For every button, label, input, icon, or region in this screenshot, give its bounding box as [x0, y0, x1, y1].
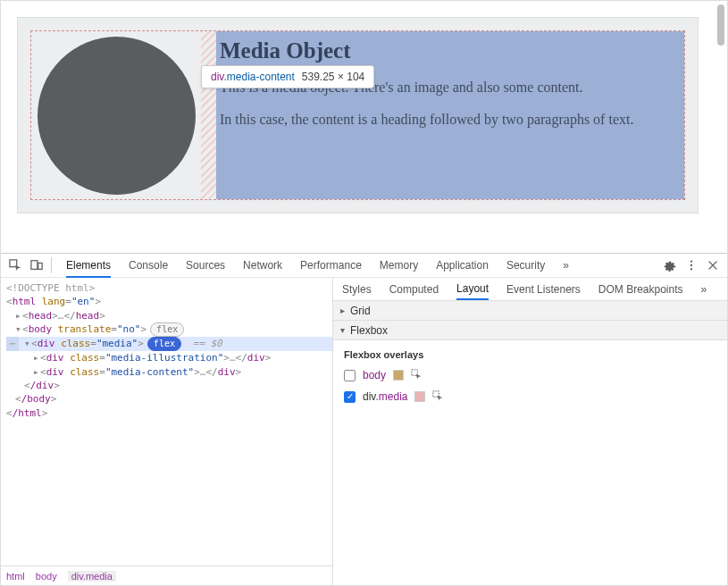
dom-tree[interactable]: <!DOCTYPE html> <html lang="en"> <head>……	[1, 278, 332, 565]
dollar-zero-label: == $0	[187, 338, 222, 349]
page-inner: Media Object This is a media object. The…	[4, 4, 711, 249]
inspect-element-icon[interactable]	[8, 258, 22, 272]
overlay-row-media: div.media	[344, 390, 716, 403]
close-icon[interactable]	[706, 258, 720, 272]
flex-gap-hatching	[201, 31, 216, 199]
toolbar-separator	[51, 257, 52, 273]
overlay-swatch-media[interactable]	[414, 391, 425, 402]
flex-badge-active[interactable]: flex	[147, 337, 181, 351]
dom-doctype[interactable]: <!DOCTYPE html>	[6, 281, 332, 295]
overlay-row-body: body	[344, 369, 716, 381]
dom-body-open[interactable]: <body translate="no">flex	[6, 322, 332, 337]
svg-point-3	[690, 260, 692, 262]
devtools-toolbar: Elements Console Sources Network Perform…	[1, 253, 727, 278]
chevron-right-icon[interactable]: ▸	[340, 306, 345, 315]
expand-triangle-icon[interactable]	[33, 351, 40, 364]
dom-breadcrumb: html body div.media	[1, 565, 332, 585]
tab-security[interactable]: Security	[506, 259, 545, 272]
tooltip-dimensions: 539.25 × 104	[302, 71, 364, 83]
page-preview: Media Object This is a media object. The…	[1, 1, 727, 253]
subtab-styles[interactable]: Styles	[342, 283, 372, 296]
section-grid[interactable]: ▸ Grid	[333, 301, 727, 321]
gutter-ellipsis-icon[interactable]: ⋯	[6, 337, 19, 350]
svg-point-4	[690, 264, 692, 266]
circle-image-placeholder	[38, 37, 196, 195]
expand-triangle-icon[interactable]	[33, 365, 40, 379]
styles-subtabs: Styles Computed Layout Event Listeners D…	[333, 278, 727, 301]
tab-performance[interactable]: Performance	[300, 259, 362, 272]
subtab-layout[interactable]: Layout	[456, 282, 489, 300]
chevron-down-icon[interactable]: ▾	[340, 325, 345, 335]
inspector-hover-tooltip: div.media-content 539.25 × 104	[201, 65, 374, 88]
tooltip-classname: .media-content	[223, 71, 294, 83]
expand-triangle-icon[interactable]	[15, 309, 22, 322]
tab-network[interactable]: Network	[243, 259, 282, 272]
media-container: Media Object This is a media object. The…	[17, 17, 699, 213]
flex-badge[interactable]: flex	[150, 322, 184, 337]
svg-rect-1	[31, 261, 38, 270]
media-heading: Media Object	[220, 38, 679, 63]
media-paragraph-2: In this case, the content is a heading f…	[220, 112, 679, 128]
dom-child-illustration[interactable]: <div class="media-illustration">…</div>	[6, 351, 332, 364]
breadcrumb-html[interactable]: html	[6, 571, 25, 582]
flexbox-panel: Flexbox overlays body div.media	[333, 340, 727, 421]
breadcrumb-body[interactable]: body	[36, 571, 57, 582]
svg-rect-2	[38, 263, 42, 269]
dom-selected-node[interactable]: ⋯ <div class="media">flex == $0	[6, 337, 332, 351]
tab-application[interactable]: Application	[436, 259, 489, 272]
select-element-icon[interactable]	[432, 390, 445, 403]
dom-child-content[interactable]: <div class="media-content">…</div>	[6, 365, 332, 379]
expand-triangle-icon[interactable]	[15, 322, 22, 336]
subtab-dom-breakpoints[interactable]: DOM Breakpoints	[598, 283, 683, 296]
tab-sources[interactable]: Sources	[186, 259, 225, 272]
overlay-label-body[interactable]: body	[363, 369, 386, 381]
dom-html-close[interactable]: </html>	[6, 406, 332, 420]
breadcrumb-current[interactable]: div.media	[68, 571, 116, 582]
media-illustration	[31, 31, 201, 199]
subtab-event-listeners[interactable]: Event Listeners	[506, 283, 581, 296]
devtools-tabs: Elements Console Sources Network Perform…	[66, 259, 656, 272]
overlay-checkbox-body[interactable]	[344, 370, 356, 381]
overlay-swatch-body[interactable]	[393, 370, 404, 381]
overlay-checkbox-media[interactable]	[344, 391, 356, 403]
overlays-heading: Flexbox overlays	[344, 349, 716, 360]
media-content-highlight: Media Object This is a media object. The…	[216, 31, 684, 199]
expand-triangle-icon[interactable]	[24, 337, 31, 350]
tab-console[interactable]: Console	[129, 259, 168, 272]
overlay-label-media[interactable]: div.media	[363, 390, 407, 403]
section-grid-label: Grid	[350, 305, 371, 317]
device-toolbar-icon[interactable]	[29, 258, 44, 272]
media-flex-overlay: Media Object This is a media object. The…	[30, 30, 685, 200]
gear-icon[interactable]	[663, 258, 677, 272]
tab-elements[interactable]: Elements	[66, 259, 111, 278]
tab-memory[interactable]: Memory	[380, 259, 418, 272]
section-flexbox[interactable]: ▾ Flexbox	[333, 321, 727, 340]
subtabs-overflow[interactable]: »	[701, 283, 707, 296]
tabs-overflow[interactable]: »	[563, 259, 569, 272]
scrollbar-thumb[interactable]	[717, 4, 724, 46]
tooltip-tagname: div	[211, 71, 223, 83]
page-scrollbar[interactable]	[717, 4, 724, 249]
subtab-computed[interactable]: Computed	[389, 283, 439, 296]
select-element-icon[interactable]	[411, 369, 423, 381]
dom-html-open[interactable]: <html lang="en">	[6, 295, 332, 308]
section-flexbox-label: Flexbox	[350, 324, 388, 337]
dom-div-close[interactable]: </div>	[6, 379, 332, 392]
dom-head[interactable]: <head>…</head>	[6, 309, 332, 322]
dom-body-close[interactable]: </body>	[6, 392, 332, 406]
svg-point-5	[690, 268, 692, 270]
more-vertical-icon[interactable]	[684, 258, 699, 272]
